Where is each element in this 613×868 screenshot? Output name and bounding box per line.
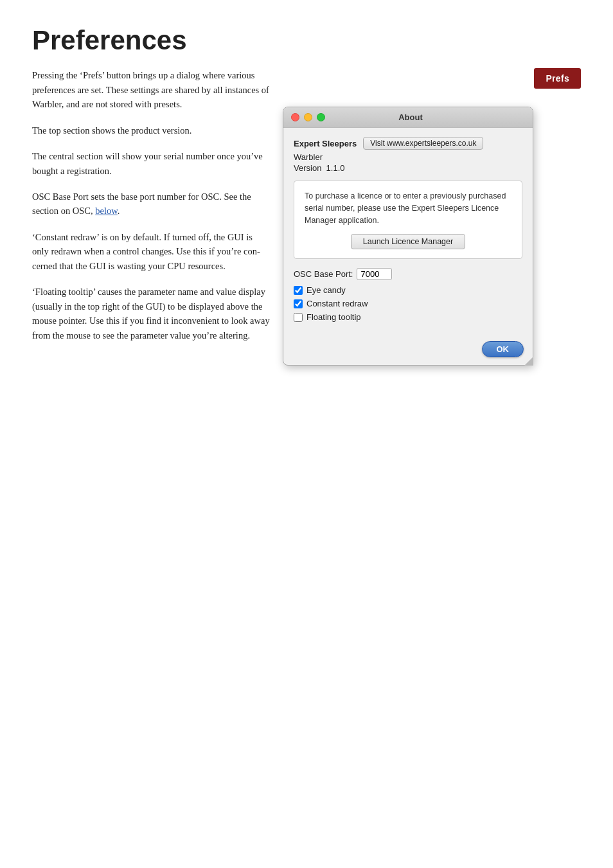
central-section-paragraph: The central section will show your seria…	[32, 149, 270, 178]
description-text-column: Pressing the ‘Prefs’ button brings up a …	[32, 68, 270, 354]
osc-description-paragraph: OSC Base Port sets the base port number …	[32, 190, 270, 218]
constant-redraw-checkbox[interactable]	[294, 299, 303, 308]
intro-paragraph: Pressing the ‘Prefs’ button brings up a …	[32, 68, 270, 111]
prefs-tab[interactable]: Prefs	[534, 68, 581, 89]
version-number: 1.1.0	[326, 163, 345, 173]
product-name: Warbler	[294, 152, 522, 162]
floating-tooltip-label: Floating tooltip	[306, 312, 361, 322]
licence-text: To purchase a licence or to enter a prev…	[305, 190, 511, 226]
eye-candy-label: Eye candy	[306, 285, 346, 295]
eye-candy-row: Eye candy	[294, 285, 522, 295]
osc-base-port-row: OSC Base Port:	[294, 268, 522, 280]
version-info: Version 1.1.0	[294, 163, 522, 173]
constant-redraw-row: Constant redraw	[294, 299, 522, 308]
version-label: Version	[294, 163, 321, 173]
prefs-dialog: About Expert Sleepers Visit www.expertsl…	[283, 68, 533, 366]
ok-button[interactable]: OK	[482, 341, 524, 357]
brand-label: Expert Sleepers	[294, 139, 357, 148]
dialog-body: Expert Sleepers Visit www.expertsleepers…	[283, 128, 533, 335]
osc-below-link[interactable]: below	[95, 206, 118, 216]
dialog-title: About	[296, 112, 525, 122]
launch-button-row: Launch Licence Manager	[305, 234, 511, 249]
osc-label: OSC Base Port:	[294, 269, 353, 279]
floating-tooltip-checkbox[interactable]	[294, 313, 303, 322]
about-header: Expert Sleepers Visit www.expertsleepers…	[294, 137, 522, 150]
dialog-titlebar: About	[283, 107, 533, 128]
visit-website-button[interactable]: Visit www.expertsleepers.co.uk	[363, 137, 483, 150]
licence-box: To purchase a licence or to enter a prev…	[294, 181, 522, 259]
constant-redraw-label: Constant redraw	[306, 299, 368, 308]
floating-tooltip-paragraph: ‘Floating tooltip’ causes the parameter …	[32, 285, 270, 342]
eye-candy-checkbox[interactable]	[294, 286, 303, 295]
page-title: Preferences	[32, 26, 581, 55]
osc-port-input[interactable]	[357, 268, 392, 280]
resize-handle[interactable]	[524, 357, 533, 366]
dialog-footer: OK	[283, 335, 533, 365]
constant-redraw-paragraph: ‘Constant redraw’ is on by default. If t…	[32, 230, 270, 273]
launch-licence-manager-button[interactable]: Launch Licence Manager	[351, 234, 465, 249]
top-section-paragraph: The top section shows the product ver­si…	[32, 123, 270, 137]
floating-tooltip-row: Floating tooltip	[294, 312, 522, 322]
